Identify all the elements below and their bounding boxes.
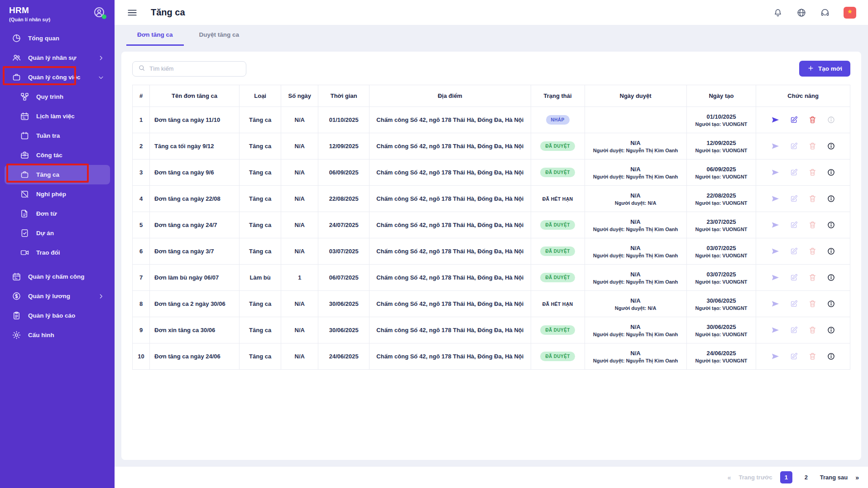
sidebar-item-quy-trinh[interactable]: Quy trình xyxy=(5,87,110,106)
edit-icon[interactable] xyxy=(790,116,798,124)
approver: Người duyệt: Nguyễn Thị Kim Oanh xyxy=(589,227,683,232)
approve-date: N/A xyxy=(589,245,683,251)
cell-approve: N/ANgười duyệt: Nguyễn Thị Kim Oanh xyxy=(585,317,686,343)
trash-icon xyxy=(808,273,817,282)
flag-icon[interactable] xyxy=(844,7,856,19)
sidebar-item-tong-quan[interactable]: Tổng quan xyxy=(5,29,110,48)
pie-chart-icon xyxy=(12,34,21,43)
cell-time: 12/09/2025 xyxy=(318,133,369,159)
info-icon[interactable] xyxy=(827,221,835,229)
pagination-page-1[interactable]: 1 xyxy=(780,471,792,483)
content-area: Tạo mới #Tên đơn tăng caLoạiSố ngàyThời … xyxy=(115,46,868,467)
sidebar-item-lich-lam-viec[interactable]: Lịch làm việc xyxy=(5,106,110,126)
sidebar-item-quan-ly-luong[interactable]: Quản lý lương xyxy=(5,286,110,306)
cell-actions xyxy=(756,291,850,317)
headset-icon[interactable] xyxy=(820,8,830,18)
cell-created: 03/07/2025Người tạo: VUONGNT xyxy=(686,238,756,265)
chevron-down-icon xyxy=(97,74,105,81)
table-row: 10Đơn tăng ca ngày 24/06Tăng caN/A24/06/… xyxy=(133,343,850,370)
trash-icon xyxy=(808,194,817,203)
info-icon[interactable] xyxy=(827,273,835,282)
cell-status: ĐÃ DUYỆT xyxy=(531,265,585,291)
info-icon[interactable] xyxy=(827,326,835,334)
users-icon xyxy=(12,53,21,63)
cell-approve: N/ANgười duyệt: Nguyễn Thị Kim Oanh xyxy=(585,343,686,370)
send-icon xyxy=(771,247,780,256)
topbar: Tăng ca xyxy=(115,0,868,25)
sidebar-item-label: Dự án xyxy=(36,230,54,237)
sidebar-item-don-tu[interactable]: Đơn từ xyxy=(5,204,110,223)
sidebar-item-tang-ca[interactable]: Tăng ca xyxy=(5,165,110,184)
creator: Người tạo: VUONGNT xyxy=(691,253,753,258)
sidebar-item-trao-doi[interactable]: Trao đổi xyxy=(5,243,110,262)
cell-location: Chấm công Số 42, ngõ 178 Thái Hà, Đống Đ… xyxy=(369,107,531,133)
approver: Người duyệt: N/A xyxy=(589,305,683,311)
sidebar-item-quan-ly-cong-viec[interactable]: Quản lý công việc xyxy=(5,68,110,87)
info-icon[interactable] xyxy=(827,142,835,150)
status-badge: ĐÃ HẾT HẠN xyxy=(542,301,573,307)
sidebar-item-quan-ly-cham-cong[interactable]: Quản lý chấm công xyxy=(5,267,110,286)
cell-created: 30/06/2025Người tạo: VUONGNT xyxy=(686,291,756,317)
globe-icon[interactable] xyxy=(796,8,806,18)
info-icon[interactable] xyxy=(827,352,835,361)
info-icon[interactable] xyxy=(827,194,835,203)
sidebar-item-label: Tuần tra xyxy=(36,132,60,139)
trash-icon xyxy=(808,247,817,256)
pagination-prev-arrow[interactable]: « xyxy=(728,474,731,481)
cell-time: 03/07/2025 xyxy=(318,238,369,265)
sidebar-item-label: Cấu hình xyxy=(28,332,54,338)
status-badge: ĐÃ DUYỆT xyxy=(540,246,575,256)
cell-name: Đơn làm bù ngày 06/07 xyxy=(150,265,240,291)
pagination-page-2[interactable]: 2 xyxy=(800,471,812,483)
bell-icon[interactable] xyxy=(773,8,783,18)
send-icon xyxy=(771,194,780,203)
table-body: 1Đơn tăng ca ngày 11/10Tăng caN/A01/10/2… xyxy=(133,107,850,370)
sidebar-item-quan-ly-nhan-su[interactable]: Quản lý nhân sự xyxy=(5,48,110,68)
edit-icon xyxy=(790,247,798,256)
info-icon[interactable] xyxy=(827,247,835,256)
pagination-next-arrow[interactable]: » xyxy=(855,474,859,481)
info-icon[interactable] xyxy=(827,168,835,177)
video-icon xyxy=(20,248,29,257)
send-icon[interactable] xyxy=(771,116,780,124)
calendar-blank-icon xyxy=(20,131,29,140)
sidebar-item-nghi-phep[interactable]: Nghỉ phép xyxy=(5,184,110,204)
creator: Người tạo: VUONGNT xyxy=(691,305,753,311)
sidebar-item-quan-ly-bao-cao[interactable]: Quản lý báo cáo xyxy=(5,306,110,325)
info-icon[interactable] xyxy=(827,300,835,308)
pagination-next-label[interactable]: Trang sau xyxy=(820,474,848,481)
send-icon xyxy=(771,168,780,177)
approve-date: N/A xyxy=(589,271,683,278)
user-avatar[interactable] xyxy=(93,6,106,19)
search-input[interactable] xyxy=(149,65,240,72)
sidebar-item-label: Nghỉ phép xyxy=(36,191,66,198)
status-badge: ĐÃ DUYỆT xyxy=(540,141,575,151)
sidebar-item-tuan-tra[interactable]: Tuần tra xyxy=(5,126,110,145)
create-button[interactable]: Tạo mới xyxy=(799,61,850,77)
tab-duyet-tang-ca[interactable]: Duyệt tăng ca xyxy=(188,25,250,46)
file-check-icon xyxy=(20,228,29,238)
cell-time: 24/06/2025 xyxy=(318,343,369,370)
cell-approve: N/ANgười duyệt: Nguyễn Thị Kim Oanh xyxy=(585,133,686,159)
cell-created: 01/10/2025Người tạo: VUONGNT xyxy=(686,107,756,133)
pagination-prev-label[interactable]: Trang trước xyxy=(739,474,772,481)
column-header: Thời gian xyxy=(318,85,369,107)
cell-location: Chấm công Số 42, ngõ 178 Thái Hà, Đống Đ… xyxy=(369,317,531,343)
column-header: Số ngày xyxy=(281,85,318,107)
approver: Người duyệt: Nguyễn Thị Kim Oanh xyxy=(589,358,683,363)
sidebar-item-cau-hinh[interactable]: Cấu hình xyxy=(5,325,110,345)
created-date: 24/06/2025 xyxy=(691,350,753,357)
briefcase-icon xyxy=(12,72,21,82)
hamburger-menu-icon[interactable] xyxy=(126,7,138,19)
trash-icon[interactable] xyxy=(808,116,817,124)
cell-status: ĐÃ DUYỆT xyxy=(531,238,585,265)
table-row: 6Đơn tăng ca ngày 3/7Tăng caN/A03/07/202… xyxy=(133,238,850,265)
creator: Người tạo: VUONGNT xyxy=(691,227,753,232)
cell-type: Tăng ca xyxy=(240,186,281,212)
sidebar-item-cong-tac[interactable]: Công tác xyxy=(5,145,110,165)
sidebar-item-du-an[interactable]: Dự án xyxy=(5,223,110,243)
tab-don-tang-ca[interactable]: Đơn tăng ca xyxy=(126,25,184,46)
cell-location: Chấm công Số 42, ngõ 178 Thái Hà, Đống Đ… xyxy=(369,159,531,186)
cell-type: Tăng ca xyxy=(240,317,281,343)
sidebar-item-label: Công tác xyxy=(36,152,62,159)
